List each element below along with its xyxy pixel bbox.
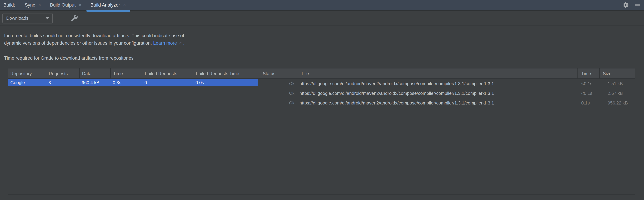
status-badge: Ok bbox=[258, 100, 297, 105]
repositories-table-header: Repository Requests Data Time Failed Req… bbox=[8, 68, 258, 79]
table-row[interactable]: Ok https://dl.google.com/dl/android/mave… bbox=[258, 98, 635, 108]
build-tool-window-bar: Build: Sync × Build Output × Build Analy… bbox=[0, 0, 644, 11]
downloads-info-page: Incremental builds should not consistent… bbox=[0, 26, 644, 195]
status-badge: Ok bbox=[258, 91, 297, 96]
tab-label: Build Output bbox=[50, 2, 76, 8]
section-title: Time required for Grade to download arti… bbox=[4, 56, 644, 61]
active-tab-indicator bbox=[86, 10, 130, 12]
tab-build-output[interactable]: Build Output × bbox=[46, 0, 86, 10]
status-badge: Ok bbox=[258, 81, 297, 86]
view-mode-dropdown[interactable]: Downloads bbox=[2, 13, 53, 24]
table-row-google[interactable]: Google 3 960.4 kB 0.3s 0 0.0s bbox=[8, 79, 258, 86]
column-header-time[interactable]: Time bbox=[578, 68, 599, 79]
column-header-status[interactable]: Status bbox=[258, 68, 297, 79]
wrench-icon[interactable] bbox=[71, 15, 78, 22]
view-mode-value: Downloads bbox=[6, 16, 28, 21]
tab-label: Build Analyzer bbox=[90, 2, 120, 8]
close-icon[interactable]: × bbox=[79, 2, 82, 8]
column-header-failed-requests[interactable]: Failed Requests bbox=[142, 68, 193, 79]
request-time: <0.1s bbox=[578, 81, 599, 86]
close-icon[interactable]: × bbox=[38, 2, 41, 8]
column-header-failed-requests-time[interactable]: Failed Requests Time bbox=[193, 68, 258, 79]
request-size: 1.51 kB bbox=[599, 81, 635, 86]
hide-tool-window-icon[interactable] bbox=[635, 4, 640, 6]
file-url: https://dl.google.com/dl/android/maven2/… bbox=[297, 91, 578, 96]
chevron-down-icon bbox=[46, 17, 49, 19]
column-header-time[interactable]: Time bbox=[110, 68, 142, 79]
external-link-icon: ↗ bbox=[178, 41, 182, 46]
build-analyzer-toolbar: Downloads bbox=[0, 11, 644, 26]
tab-label: Sync bbox=[25, 2, 35, 8]
request-time: <0.1s bbox=[578, 91, 599, 96]
close-icon[interactable]: × bbox=[123, 2, 126, 8]
table-row[interactable]: Ok https://dl.google.com/dl/android/mave… bbox=[258, 79, 635, 88]
downloads-warning-text: Incremental builds should not consistent… bbox=[4, 32, 644, 47]
tab-build-analyzer[interactable]: Build Analyzer × bbox=[86, 0, 130, 10]
downloads-master-detail: Repository Requests Data Time Failed Req… bbox=[8, 68, 635, 195]
column-header-size[interactable]: Size bbox=[599, 68, 635, 79]
request-size: 956.22 kB bbox=[599, 100, 635, 106]
gear-icon[interactable] bbox=[623, 2, 629, 8]
file-url: https://dl.google.com/dl/android/maven2/… bbox=[297, 81, 578, 86]
learn-more-link[interactable]: Learn more bbox=[153, 40, 177, 46]
tool-window-title: Build: bbox=[4, 2, 15, 8]
table-row[interactable]: Ok https://dl.google.com/dl/android/mave… bbox=[258, 88, 635, 98]
file-url: https://dl.google.com/dl/android/maven2/… bbox=[297, 100, 578, 106]
request-time: 0.1s bbox=[578, 100, 599, 106]
request-size: 2.67 kB bbox=[599, 91, 635, 96]
column-header-requests[interactable]: Requests bbox=[46, 68, 79, 79]
column-header-repository[interactable]: Repository bbox=[8, 68, 46, 79]
repositories-table: Repository Requests Data Time Failed Req… bbox=[8, 68, 258, 194]
column-header-file[interactable]: File bbox=[297, 68, 578, 79]
requests-table: Status File Time Size Ok https://dl.goog… bbox=[258, 68, 635, 194]
column-header-data[interactable]: Data bbox=[79, 68, 110, 79]
requests-table-header: Status File Time Size bbox=[258, 68, 635, 79]
tab-sync[interactable]: Sync × bbox=[20, 0, 46, 10]
